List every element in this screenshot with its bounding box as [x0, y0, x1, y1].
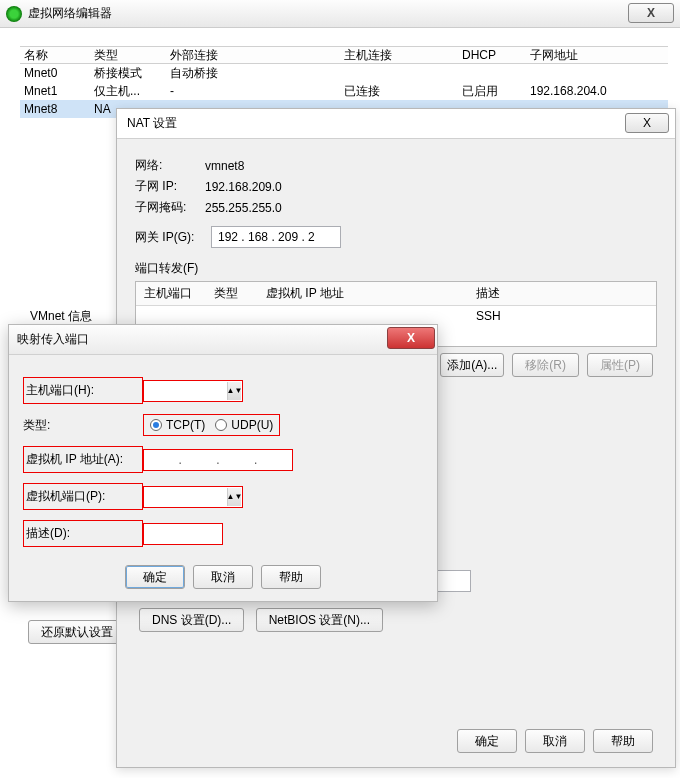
col-subnet[interactable]: 子网地址	[530, 47, 664, 64]
host-port-input[interactable]: ▲▼	[143, 380, 243, 402]
table-header: 名称 类型 外部连接 主机连接 DHCP 子网地址	[20, 46, 668, 64]
type-label: 类型:	[23, 417, 143, 434]
nat-cancel-button[interactable]: 取消	[525, 729, 585, 753]
map-titlebar: 映射传入端口 X	[9, 325, 437, 355]
map-close-button[interactable]: X	[387, 327, 435, 349]
nat-close-button[interactable]: X	[625, 113, 669, 133]
vm-ip-input[interactable]: . . .	[143, 449, 293, 471]
subnet-label: 子网 IP:	[135, 178, 205, 195]
nat-titlebar: NAT 设置 X	[117, 109, 675, 139]
host-port-field[interactable]	[144, 382, 224, 400]
vm-port-field[interactable]	[144, 488, 224, 506]
nat-title-text: NAT 设置	[127, 115, 177, 132]
mask-value: 255.255.255.0	[205, 201, 282, 215]
col-type[interactable]: 类型	[94, 47, 170, 64]
desc-input[interactable]	[143, 523, 223, 545]
spinner-icon[interactable]: ▲▼	[227, 488, 241, 506]
pf-col-desc[interactable]: 描述	[476, 285, 648, 302]
desc-label: 描述(D):	[23, 520, 143, 547]
map-cancel-button[interactable]: 取消	[193, 565, 253, 589]
pf-remove-button[interactable]: 移除(R)	[512, 353, 579, 377]
udp-label: UDP(U)	[231, 418, 273, 432]
table-row[interactable]: Mnet0 桥接模式 自动桥接	[20, 64, 668, 82]
main-title: 虚拟网络编辑器	[28, 5, 112, 22]
nat-ok-button[interactable]: 确定	[457, 729, 517, 753]
pf-col-vmip[interactable]: 虚拟机 IP 地址	[266, 285, 476, 302]
netbios-settings-button[interactable]: NetBIOS 设置(N)...	[256, 608, 383, 632]
subnet-value: 192.168.209.0	[205, 180, 282, 194]
col-ext[interactable]: 外部连接	[170, 47, 344, 64]
pf-header: 主机端口 类型 虚拟机 IP 地址 描述	[136, 282, 656, 306]
udp-radio[interactable]	[215, 419, 227, 431]
table-row[interactable]: Mnet1 仅主机... - 已连接 已启用 192.168.204.0	[20, 82, 668, 100]
gateway-label: 网关 IP(G):	[135, 229, 211, 246]
nat-help-button[interactable]: 帮助	[593, 729, 653, 753]
network-value: vmnet8	[205, 159, 244, 173]
vm-port-label: 虚拟机端口(P):	[23, 483, 143, 510]
map-help-button[interactable]: 帮助	[261, 565, 321, 589]
mask-label: 子网掩码:	[135, 199, 205, 216]
tcp-radio[interactable]	[150, 419, 162, 431]
tcp-label: TCP(T)	[166, 418, 205, 432]
host-port-label: 主机端口(H):	[23, 377, 143, 404]
gateway-input[interactable]: 192 . 168 . 209 . 2	[211, 226, 341, 248]
port-forward-group-label: 端口转发(F)	[135, 260, 657, 277]
map-ok-button[interactable]: 确定	[125, 565, 185, 589]
dns-settings-button[interactable]: DNS 设置(D)...	[139, 608, 244, 632]
vm-ip-label: 虚拟机 IP 地址(A):	[23, 446, 143, 473]
main-titlebar: 虚拟网络编辑器 X	[0, 0, 680, 28]
pf-add-button[interactable]: 添加(A)...	[440, 353, 504, 377]
network-label: 网络:	[135, 157, 205, 174]
col-name[interactable]: 名称	[24, 47, 94, 64]
restore-defaults-button[interactable]: 还原默认设置	[28, 620, 126, 644]
vmware-icon	[6, 6, 22, 22]
map-port-dialog: 映射传入端口 X 主机端口(H): ▲▼ 类型: TCP(T) UDP(U)	[8, 324, 438, 602]
spinner-icon[interactable]: ▲▼	[227, 382, 241, 400]
pf-row[interactable]: SSH	[136, 306, 656, 326]
vmnet-info-label: VMnet 信息	[30, 308, 92, 325]
pf-col-host[interactable]: 主机端口	[144, 285, 214, 302]
pf-col-type[interactable]: 类型	[214, 285, 266, 302]
map-title-text: 映射传入端口	[17, 331, 89, 348]
pf-properties-button[interactable]: 属性(P)	[587, 353, 653, 377]
col-host[interactable]: 主机连接	[344, 47, 462, 64]
vm-port-input[interactable]: ▲▼	[143, 486, 243, 508]
main-close-button[interactable]: X	[628, 3, 674, 23]
col-dhcp[interactable]: DHCP	[462, 48, 530, 62]
